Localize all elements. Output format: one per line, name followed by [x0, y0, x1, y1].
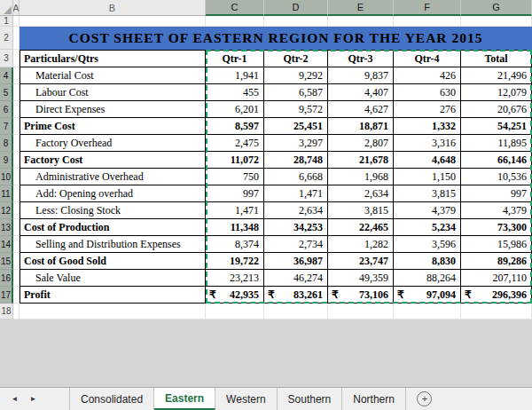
sheet-nav-left-icon[interactable]: ◄ [5, 388, 24, 410]
cell-B5[interactable]: Labour Cost [20, 84, 206, 101]
cell-D1[interactable] [264, 16, 328, 27]
cell-A13[interactable] [13, 219, 20, 236]
cell-C6[interactable]: 6,201 [206, 101, 264, 118]
cell-G1[interactable] [461, 16, 532, 27]
cell-G18[interactable] [461, 304, 532, 319]
cell-E18[interactable] [328, 304, 394, 319]
row-header-17[interactable]: 17 [0, 287, 13, 304]
cell-E12[interactable]: 3,815 [328, 202, 394, 219]
cell-C5[interactable]: 455 [206, 84, 264, 101]
column-header-A[interactable]: A [13, 0, 20, 16]
row-header-18[interactable]: 18 [0, 304, 13, 319]
row-header-3[interactable]: 3 [0, 50, 13, 67]
sheet-title-cell[interactable]: COST SHEET OF EASTERN REGION FOR THE YEA… [20, 27, 532, 50]
cell-D12[interactable]: 2,634 [264, 202, 328, 219]
cell-A14[interactable] [13, 236, 20, 253]
cell-F11[interactable]: 3,815 [394, 185, 461, 202]
cell-D9[interactable]: 28,748 [264, 152, 328, 169]
cell-D14[interactable]: 2,734 [264, 236, 328, 253]
cell-D18[interactable] [264, 304, 328, 319]
cell-F15[interactable]: 8,830 [394, 253, 461, 270]
cell-A1[interactable] [13, 16, 20, 27]
row-header-9[interactable]: 9 [0, 152, 13, 169]
cell-A10[interactable] [13, 169, 20, 185]
cell-C14[interactable]: 8,374 [206, 236, 264, 253]
row-header-10[interactable]: 10 [0, 169, 13, 185]
cell-F1[interactable] [394, 16, 461, 27]
cell-F6[interactable]: 276 [394, 101, 461, 118]
cell-F13[interactable]: 5,234 [394, 219, 461, 236]
cell-B11[interactable]: Add: Opening overhad [20, 185, 206, 202]
cell-B18[interactable] [20, 304, 206, 319]
column-header-C[interactable]: C [206, 0, 264, 16]
cell-B16[interactable]: Sale Value [20, 270, 206, 287]
select-all-corner[interactable] [0, 0, 13, 16]
cell-G10[interactable]: 10,536 [461, 169, 532, 185]
cell-B4[interactable]: Material Cost [20, 67, 206, 84]
cell-C7[interactable]: 8,597 [206, 118, 264, 135]
cell-F7[interactable]: 1,332 [394, 118, 461, 135]
cell-F18[interactable] [394, 304, 461, 319]
cell-D3[interactable]: Qtr-2 [264, 50, 328, 67]
cell-E6[interactable]: 4,627 [328, 101, 394, 118]
cell-B10[interactable]: Administrative Overhead [20, 169, 206, 185]
cell-A5[interactable] [13, 84, 20, 101]
cell-C10[interactable]: 750 [206, 169, 264, 185]
cell-E13[interactable]: 22,465 [328, 219, 394, 236]
cell-F16[interactable]: 88,264 [394, 270, 461, 287]
cell-G11[interactable]: 997 [461, 185, 532, 202]
cell-E3[interactable]: Qtr-3 [328, 50, 394, 67]
cell-C15[interactable]: 19,722 [206, 253, 264, 270]
cell-A3[interactable] [13, 50, 20, 67]
cell-A15[interactable] [13, 253, 20, 270]
cell-E4[interactable]: 9,837 [328, 67, 394, 84]
cell-G5[interactable]: 12,079 [461, 84, 532, 101]
cell-D8[interactable]: 3,297 [264, 135, 328, 152]
cell-C4[interactable]: 1,941 [206, 67, 264, 84]
column-header-G[interactable]: G [461, 0, 532, 16]
cell-B9[interactable]: Factory Cost [20, 152, 206, 169]
cell-B15[interactable]: Cost of Good Sold [20, 253, 206, 270]
cell-G6[interactable]: 20,676 [461, 101, 532, 118]
cell-C9[interactable]: 11,072 [206, 152, 264, 169]
cell-E11[interactable]: 2,634 [328, 185, 394, 202]
cell-C11[interactable]: 997 [206, 185, 264, 202]
cell-A7[interactable] [13, 118, 20, 135]
cell-C12[interactable]: 1,471 [206, 202, 264, 219]
cell-A9[interactable] [13, 152, 20, 169]
cell-D16[interactable]: 46,274 [264, 270, 328, 287]
row-header-16[interactable]: 16 [0, 270, 13, 287]
cell-B1[interactable] [20, 16, 206, 27]
cell-D5[interactable]: 6,587 [264, 84, 328, 101]
cell-B6[interactable]: Direct Expenses [20, 101, 206, 118]
cell-E9[interactable]: 21,678 [328, 152, 394, 169]
cell-G14[interactable]: 15,986 [461, 236, 532, 253]
cell-E16[interactable]: 49,359 [328, 270, 394, 287]
cell-A4[interactable] [13, 67, 20, 84]
cell-B14[interactable]: Selling and Distribution Expenses [20, 236, 206, 253]
cell-C1[interactable] [206, 16, 264, 27]
row-header-7[interactable]: 7 [0, 118, 13, 135]
cell-D10[interactable]: 6,668 [264, 169, 328, 185]
cell-C18[interactable] [206, 304, 264, 319]
cell-F14[interactable]: 3,596 [394, 236, 461, 253]
row-header-13[interactable]: 13 [0, 219, 13, 236]
sheet-nav-right-icon[interactable]: ► [24, 388, 43, 410]
row-header-14[interactable]: 14 [0, 236, 13, 253]
cell-D13[interactable]: 34,253 [264, 219, 328, 236]
cell-F4[interactable]: 426 [394, 67, 461, 84]
cell-D7[interactable]: 25,451 [264, 118, 328, 135]
cell-E14[interactable]: 1,282 [328, 236, 394, 253]
sheet-tab-eastern[interactable]: Eastern [154, 388, 215, 410]
sheet-tab-western[interactable]: Western [215, 388, 277, 410]
cell-E15[interactable]: 23,747 [328, 253, 394, 270]
cell-B17[interactable]: Profit [20, 287, 206, 304]
cell-C8[interactable]: 2,475 [206, 135, 264, 152]
cell-A16[interactable] [13, 270, 20, 287]
cell-C17[interactable]: ₹42,935 [206, 287, 264, 304]
cell-A6[interactable] [13, 101, 20, 118]
row-header-11[interactable]: 11 [0, 185, 13, 202]
cell-G7[interactable]: 54,251 [461, 118, 532, 135]
sheet-tab-consolidated[interactable]: Consolidated [69, 388, 154, 410]
cell-A17[interactable] [13, 287, 20, 304]
